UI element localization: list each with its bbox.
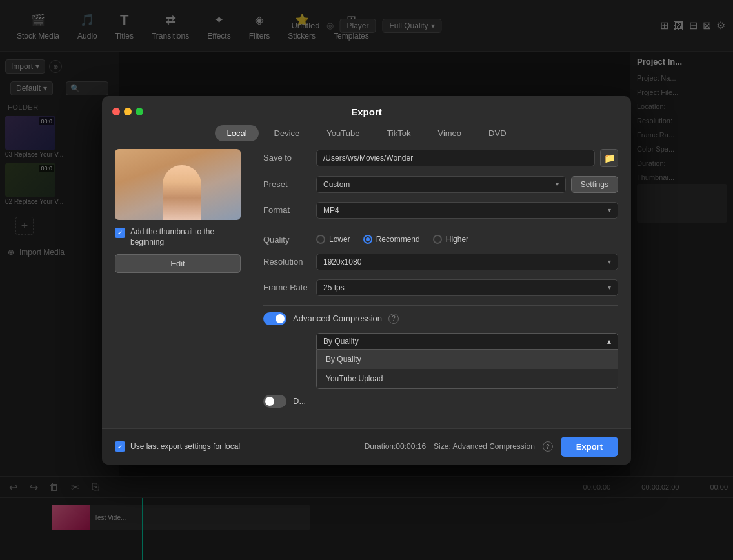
resolution-select[interactable]: 1920x1080 ▾ bbox=[316, 254, 618, 270]
chevron-down-icon: ▾ bbox=[608, 206, 611, 214]
framerate-input: 25 fps ▾ bbox=[316, 279, 618, 296]
export-button[interactable]: Export bbox=[561, 437, 618, 457]
radio-higher-label: Higher bbox=[446, 235, 468, 244]
use-last-settings-label: Use last export settings for local bbox=[130, 442, 240, 451]
adv-compression-row: Advanced Compression ? bbox=[263, 312, 618, 325]
tab-device[interactable]: Device bbox=[263, 125, 312, 141]
radio-recommend-label: Recommend bbox=[376, 235, 420, 244]
preset-label: Preset bbox=[263, 179, 308, 189]
quality-lower[interactable]: Lower bbox=[316, 235, 350, 244]
second-toggle-label: D... bbox=[293, 396, 306, 406]
export-modal-overlay: Export Local Device YouTube TikTok Vimeo… bbox=[0, 0, 733, 560]
adv-compression-help-icon[interactable]: ? bbox=[388, 314, 399, 324]
adv-compression-toggle[interactable] bbox=[263, 312, 286, 325]
settings-section: Save to /Users/ws/Movies/Wonder 📁 Preset… bbox=[244, 149, 618, 415]
dropdown-open-box: By Quality ▴ bbox=[316, 333, 618, 350]
duration-info: Duration:00:00:16 bbox=[365, 442, 426, 451]
radio-lower-circle bbox=[316, 235, 325, 244]
modal-title: Export bbox=[351, 106, 382, 117]
chevron-down-icon: ▾ bbox=[608, 284, 611, 291]
export-modal: Export Local Device YouTube TikTok Vimeo… bbox=[102, 96, 631, 465]
dropdown-header[interactable]: By Quality ▴ bbox=[317, 334, 618, 349]
modal-body: Add the thumbnail to the beginning Edit … bbox=[102, 149, 631, 428]
format-row: Format MP4 ▾ bbox=[263, 202, 618, 219]
tab-tiktok[interactable]: TikTok bbox=[375, 125, 422, 141]
framerate-label: Frame Rate bbox=[263, 283, 308, 292]
folder-browse-button[interactable]: 📁 bbox=[600, 149, 618, 167]
video-thumbnail bbox=[115, 149, 241, 220]
quality-recommend[interactable]: Recommend bbox=[363, 235, 420, 244]
radio-lower-label: Lower bbox=[329, 235, 350, 244]
footer-checkbox-row: Use last export settings for local bbox=[115, 441, 357, 452]
quality-radio-group: Lower Recommend Higher bbox=[316, 235, 468, 244]
second-toggle-row: D... bbox=[263, 395, 618, 408]
thumbnail-checkbox[interactable] bbox=[115, 228, 125, 238]
save-to-label: Save to bbox=[263, 153, 308, 163]
size-info: Size: Advanced Compression bbox=[434, 442, 535, 451]
thumbnail-person bbox=[163, 165, 201, 220]
second-toggle[interactable] bbox=[263, 395, 286, 408]
by-quality-row: By Quality ▴ By Quality YouTube Upload bbox=[263, 333, 618, 350]
format-label: Format bbox=[263, 205, 308, 215]
resolution-input: 1920x1080 ▾ bbox=[316, 254, 618, 270]
save-to-field[interactable]: /Users/ws/Movies/Wonder bbox=[316, 150, 595, 166]
chevron-down-icon: ▾ bbox=[556, 181, 559, 188]
tab-dvd[interactable]: DVD bbox=[477, 125, 517, 141]
quality-row: Quality Lower Recommend Higher bbox=[263, 235, 618, 245]
resolution-row: Resolution 1920x1080 ▾ bbox=[263, 254, 618, 270]
radio-higher-circle bbox=[433, 235, 442, 244]
window-maximize-button[interactable] bbox=[136, 108, 143, 115]
save-to-input: /Users/ws/Movies/Wonder 📁 bbox=[316, 149, 618, 167]
modal-footer: Use last export settings for local Durat… bbox=[102, 428, 631, 465]
size-help-icon[interactable]: ? bbox=[543, 441, 553, 452]
adv-compression-label: Advanced Compression bbox=[293, 314, 382, 323]
format-input: MP4 ▾ bbox=[316, 202, 618, 219]
window-minimize-button[interactable] bbox=[124, 108, 132, 115]
quality-label: Quality bbox=[263, 235, 308, 245]
radio-recommend-circle bbox=[363, 235, 372, 244]
divider-2 bbox=[263, 305, 618, 306]
preset-select[interactable]: Custom ▾ bbox=[316, 176, 566, 193]
edit-button[interactable]: Edit bbox=[115, 254, 241, 273]
dropdown-item-youtube-upload[interactable]: YouTube Upload bbox=[317, 369, 618, 388]
save-to-row: Save to /Users/ws/Movies/Wonder 📁 bbox=[263, 149, 618, 167]
modal-tabs: Local Device YouTube TikTok Vimeo DVD bbox=[102, 125, 631, 149]
resolution-label: Resolution bbox=[263, 257, 308, 266]
dropdown-item-by-quality[interactable]: By Quality bbox=[317, 350, 618, 369]
tab-local[interactable]: Local bbox=[215, 125, 258, 141]
framerate-select[interactable]: 25 fps ▾ bbox=[316, 279, 618, 296]
tab-youtube[interactable]: YouTube bbox=[315, 125, 371, 141]
tab-vimeo[interactable]: Vimeo bbox=[426, 125, 473, 141]
thumbnail-section: Add the thumbnail to the beginning Edit bbox=[115, 149, 244, 415]
window-controls bbox=[112, 108, 143, 115]
by-quality-dropdown: By Quality ▴ By Quality YouTube Upload bbox=[316, 333, 618, 350]
thumbnail-label: Add the thumbnail to the beginning bbox=[130, 226, 244, 248]
dropdown-menu: By Quality YouTube Upload bbox=[316, 350, 618, 389]
format-select[interactable]: MP4 ▾ bbox=[316, 202, 618, 219]
framerate-row: Frame Rate 25 fps ▾ bbox=[263, 279, 618, 296]
modal-header: Export bbox=[102, 96, 631, 125]
use-last-settings-checkbox[interactable] bbox=[115, 441, 125, 452]
preset-row: Preset Custom ▾ Settings bbox=[263, 176, 618, 193]
preset-input: Custom ▾ Settings bbox=[316, 176, 618, 193]
thumbnail-checkbox-row: Add the thumbnail to the beginning bbox=[115, 226, 244, 248]
chevron-up-icon: ▴ bbox=[607, 337, 611, 346]
quality-higher[interactable]: Higher bbox=[433, 235, 468, 244]
divider-1 bbox=[263, 228, 618, 228]
settings-button[interactable]: Settings bbox=[571, 176, 618, 193]
window-close-button[interactable] bbox=[112, 108, 120, 115]
chevron-down-icon: ▾ bbox=[608, 258, 611, 265]
